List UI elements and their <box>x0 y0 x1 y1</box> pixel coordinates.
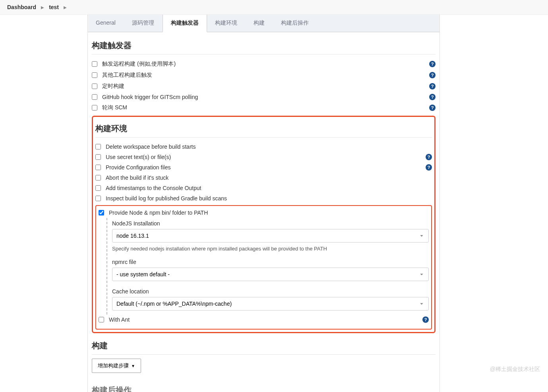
chevron-right-icon: ▶ <box>41 5 44 10</box>
section-title-post-build: 构建后操作 <box>92 381 436 392</box>
nodejs-install-group: NodeJS Installation node 16.13.1 Specify… <box>112 220 429 252</box>
env-secret-label: Use secret text(s) or file(s) <box>106 154 426 160</box>
help-icon[interactable]: ? <box>429 94 436 100</box>
trigger-remote-label: 触发远程构建 (例如,使用脚本) <box>102 60 429 68</box>
env-config-files-label: Provide Configuration files <box>106 164 426 171</box>
help-icon[interactable]: ? <box>429 72 436 78</box>
env-abort-stuck-row: Abort the build if it's stuck <box>95 173 432 183</box>
breadcrumb-test[interactable]: test <box>49 4 59 10</box>
env-delete-ws-checkbox[interactable] <box>95 144 101 149</box>
trigger-remote-row: 触发远程构建 (例如,使用脚本) ? <box>92 58 436 70</box>
env-with-ant-checkbox[interactable] <box>99 317 104 322</box>
cache-select[interactable]: Default (~/.npm or %APP_DATA%\npm-cache) <box>112 297 429 310</box>
help-icon[interactable]: ? <box>429 105 436 111</box>
trigger-timer-checkbox[interactable] <box>92 83 97 89</box>
section-title-build: 构建 <box>92 336 436 355</box>
watermark: @稀土掘金技术社区 <box>490 366 540 373</box>
trigger-remote-checkbox[interactable] <box>92 61 97 67</box>
add-build-step-button[interactable]: 增加构建步骤 ▼ <box>92 359 141 373</box>
env-highlight-box: 构建环境 Delete workspace before build start… <box>92 116 436 333</box>
npmrc-select[interactable]: - use system default - <box>112 268 429 281</box>
env-config-files-row: Provide Configuration files ? <box>95 162 432 173</box>
tab-build[interactable]: 构建 <box>246 15 273 32</box>
nodejs-install-label: NodeJS Installation <box>112 220 429 227</box>
trigger-timer-label: 定时构建 <box>102 83 429 90</box>
trigger-after-other-row: 其他工程构建后触发 ? <box>92 70 436 81</box>
help-icon[interactable]: ? <box>429 61 436 67</box>
cache-group: Cache location Default (~/.npm or %APP_D… <box>112 288 429 310</box>
add-build-step-label: 增加构建步骤 <box>98 362 129 369</box>
env-timestamps-checkbox[interactable] <box>95 185 101 191</box>
env-node-path-row: Provide Node & npm bin/ folder to PATH <box>99 208 429 218</box>
trigger-after-other-label: 其他工程构建后触发 <box>102 72 429 79</box>
help-icon[interactable]: ? <box>426 164 432 171</box>
env-secret-row: Use secret text(s) or file(s) ? <box>95 152 432 162</box>
trigger-timer-row: 定时构建 ? <box>92 81 436 92</box>
breadcrumb-dashboard[interactable]: Dashboard <box>7 4 36 10</box>
env-timestamps-label: Add timestamps to the Console Output <box>106 185 432 191</box>
env-with-ant-label: With Ant <box>109 316 422 323</box>
nodejs-install-select[interactable]: node 16.13.1 <box>112 229 429 243</box>
tab-post-build[interactable]: 构建后操作 <box>273 15 317 32</box>
env-config-files-checkbox[interactable] <box>95 165 101 170</box>
npmrc-label: npmrc file <box>112 259 429 265</box>
env-abort-stuck-checkbox[interactable] <box>95 175 101 180</box>
env-secret-checkbox[interactable] <box>95 154 101 160</box>
trigger-github-checkbox[interactable] <box>92 94 97 100</box>
env-gradle-scan-checkbox[interactable] <box>95 196 101 201</box>
env-node-path-checkbox[interactable] <box>99 210 104 215</box>
help-icon[interactable]: ? <box>422 316 429 323</box>
trigger-poll-scm-row: 轮询 SCM ? <box>92 102 436 113</box>
tab-triggers[interactable]: 构建触发器 <box>163 15 207 32</box>
caret-down-icon: ▼ <box>131 364 135 368</box>
config-panel: General 源码管理 构建触发器 构建环境 构建 构建后操作 构建触发器 触… <box>87 15 440 392</box>
env-gradle-scan-row: Inspect build log for published Gradle b… <box>95 193 432 204</box>
npmrc-group: npmrc file - use system default - <box>112 259 429 281</box>
breadcrumb: Dashboard ▶ test ▶ <box>0 0 548 15</box>
env-node-path-label: Provide Node & npm bin/ folder to PATH <box>109 210 429 216</box>
config-tabs: General 源码管理 构建触发器 构建环境 构建 构建后操作 <box>88 15 440 32</box>
chevron-right-icon: ▶ <box>64 5 67 10</box>
trigger-poll-scm-label: 轮询 SCM <box>102 104 429 111</box>
section-title-triggers: 构建触发器 <box>92 36 436 54</box>
help-icon[interactable]: ? <box>429 83 436 89</box>
tab-environment[interactable]: 构建环境 <box>207 15 246 32</box>
tab-scm[interactable]: 源码管理 <box>124 15 163 32</box>
nodejs-install-help: Specify needed nodejs installation where… <box>112 246 429 252</box>
trigger-poll-scm-checkbox[interactable] <box>92 105 97 111</box>
section-title-environment: 构建环境 <box>95 119 432 138</box>
env-delete-ws-label: Delete workspace before build starts <box>106 144 432 150</box>
node-nested-fields: NodeJS Installation node 16.13.1 Specify… <box>107 218 429 314</box>
node-highlight-box: Provide Node & npm bin/ folder to PATH N… <box>95 205 432 330</box>
help-icon[interactable]: ? <box>426 154 432 160</box>
env-abort-stuck-label: Abort the build if it's stuck <box>106 175 432 181</box>
cache-label: Cache location <box>112 288 429 295</box>
env-with-ant-row: With Ant ? <box>99 314 429 325</box>
env-timestamps-row: Add timestamps to the Console Output <box>95 183 432 193</box>
env-delete-ws-row: Delete workspace before build starts <box>95 142 432 152</box>
env-gradle-scan-label: Inspect build log for published Gradle b… <box>106 195 432 202</box>
tab-general[interactable]: General <box>88 15 124 32</box>
trigger-after-other-checkbox[interactable] <box>92 72 97 78</box>
trigger-github-row: GitHub hook trigger for GITScm polling ? <box>92 92 436 102</box>
trigger-github-label: GitHub hook trigger for GITScm polling <box>102 94 429 100</box>
